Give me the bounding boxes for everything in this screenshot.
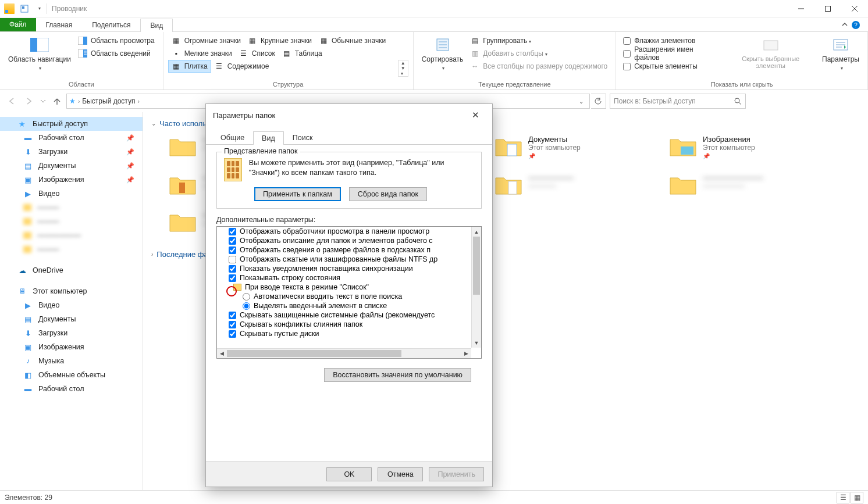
scroll-track[interactable] <box>472 237 481 338</box>
forward-button[interactable] <box>21 93 37 109</box>
sidebar-pc-desktop[interactable]: ▬Рабочий стол <box>0 382 143 396</box>
sidebar-pc-music[interactable]: ♪Музыка <box>0 354 143 368</box>
dialog-close-button[interactable]: ✕ <box>466 106 485 124</box>
tab-home[interactable]: Главная <box>36 18 83 31</box>
tab-share[interactable]: Поделиться <box>82 18 140 31</box>
recent-dropdown[interactable] <box>38 93 48 109</box>
cancel-button[interactable]: Отмена <box>378 467 423 481</box>
scroll-thumb[interactable] <box>473 237 480 295</box>
layout-scroll-down[interactable]: ▼ <box>399 66 408 71</box>
ribbon-collapse-button[interactable] <box>841 21 848 29</box>
sidebar-item-blurred[interactable]: ——— <box>0 215 143 228</box>
help-button[interactable]: ? <box>852 21 860 29</box>
dialog-tab-view[interactable]: Вид <box>253 131 284 145</box>
view-tiles[interactable]: ▦Плитка <box>168 60 211 73</box>
tree-item-hide-protected[interactable]: Скрывать защищенные системные файлы (рек… <box>217 310 481 320</box>
search-input[interactable]: Поиск в: Быстрый доступ <box>610 94 746 109</box>
minimize-button[interactable] <box>788 0 814 17</box>
details-pane-button[interactable]: Область сведений <box>74 47 158 60</box>
sidebar-pictures[interactable]: ▣Изображения📌 <box>0 173 143 187</box>
maximize-button[interactable] <box>814 0 841 17</box>
view-medium-icons[interactable]: ▦Обычные значки <box>315 34 389 47</box>
view-large-icons[interactable]: ▦Крупные значки <box>244 34 315 47</box>
add-columns-button[interactable]: ▥Добавить столбцы <box>467 47 611 60</box>
tree-item-size-tooltips[interactable]: Отображать сведения о размере файлов в п… <box>217 245 481 255</box>
sidebar-pc-3d[interactable]: ◧Объемные объекты <box>0 368 143 382</box>
hidden-items-checkbox[interactable]: Скрытые элементы <box>621 60 723 73</box>
view-content[interactable]: ☰Содержимое <box>211 60 273 73</box>
tree-item-preview-handlers[interactable]: Отображать обработчики просмотра в панел… <box>217 227 481 236</box>
advanced-settings-tree[interactable]: Отображать обработчики просмотра в панел… <box>216 226 482 359</box>
layout-scroll-up[interactable]: ▲ <box>399 60 408 66</box>
view-details-toggle[interactable]: ☰ <box>837 492 849 503</box>
scroll-left-arrow[interactable]: ◀ <box>217 349 227 358</box>
view-extra-large-icons[interactable]: ▦Огромные значки <box>168 34 244 47</box>
file-extensions-checkbox[interactable]: Расширения имен файлов <box>621 47 723 60</box>
breadcrumb-quick-access[interactable]: Быстрый доступ <box>80 97 137 105</box>
sidebar-item-blurred[interactable]: ——— <box>0 242 143 256</box>
sidebar-pc-pictures[interactable]: ▣Изображения <box>0 340 143 354</box>
view-details[interactable]: ▤Таблица <box>279 47 326 60</box>
tree-item-hide-merge-conflicts[interactable]: Скрывать конфликты слияния папок <box>217 320 481 329</box>
refresh-button[interactable] <box>591 94 606 109</box>
tree-radio-select-item[interactable]: Выделять введенный элемент в списке <box>217 301 481 310</box>
tree-item-ntfs-color[interactable]: Отображать сжатые или зашифрованные файл… <box>217 255 481 264</box>
address-dropdown[interactable]: ⌄ <box>575 98 587 105</box>
sidebar-videos[interactable]: ▶Видео <box>0 187 143 201</box>
sidebar-pc-documents[interactable]: ▤Документы <box>0 312 143 326</box>
tree-item-sync-notifications[interactable]: Показать уведомления поставщика синхрони… <box>217 264 481 273</box>
restore-defaults-button[interactable]: Восстановить значения по умолчанию <box>324 368 471 382</box>
dialog-title: Параметры папок <box>213 111 275 120</box>
sidebar-quick-access[interactable]: ★ Быстрый доступ <box>0 117 143 131</box>
options-button[interactable]: Параметры <box>819 34 863 80</box>
scroll-track[interactable] <box>227 349 461 358</box>
qat-customize-dropdown[interactable] <box>31 2 45 16</box>
view-list[interactable]: ☰Список <box>236 47 279 60</box>
scroll-right-arrow[interactable]: ▶ <box>461 349 471 358</box>
tile-blurred[interactable]: —————————————— <box>669 173 809 196</box>
view-small-icons[interactable]: ▪Мелкие значки <box>168 47 236 60</box>
sidebar-downloads[interactable]: ⬇Загрузки📌 <box>0 145 143 159</box>
qat-properties-icon[interactable] <box>17 2 31 16</box>
horizontal-scrollbar[interactable]: ◀▶ <box>217 348 471 358</box>
scroll-thumb[interactable] <box>227 350 401 357</box>
vertical-scrollbar[interactable]: ▲▼ <box>471 227 481 348</box>
scroll-up-arrow[interactable]: ▲ <box>472 227 481 237</box>
hide-selected-button[interactable]: Скрыть выбранные элементы <box>723 34 819 80</box>
up-button[interactable] <box>49 93 65 109</box>
sidebar-item-blurred[interactable]: ——— <box>0 201 143 215</box>
back-button[interactable] <box>3 93 20 109</box>
dialog-tab-search[interactable]: Поиск <box>284 131 322 144</box>
preview-pane-button[interactable]: Область просмотра <box>74 34 158 47</box>
scroll-down-arrow[interactable]: ▼ <box>472 338 481 348</box>
sidebar-desktop[interactable]: ▬Рабочий стол📌 <box>0 131 143 145</box>
close-button[interactable] <box>841 0 868 17</box>
sidebar-item-blurred[interactable]: —————— <box>0 228 143 242</box>
tile-documents[interactable]: ДокументыЭтот компьютер📌 <box>495 135 634 159</box>
sidebar-pc-videos[interactable]: ▶Видео <box>0 298 143 312</box>
view-tiles-toggle[interactable]: ▦ <box>851 492 863 503</box>
sort-by-button[interactable]: Сортировать <box>418 34 467 80</box>
group-by-button[interactable]: ▤Группировать <box>467 34 611 47</box>
sidebar-onedrive[interactable]: ☁OneDrive <box>0 263 143 277</box>
reset-folders-button[interactable]: Сброс вида папок <box>349 187 427 201</box>
autosize-columns-button[interactable]: ↔Все столбцы по размеру содержимого <box>467 60 611 73</box>
dialog-tab-general[interactable]: Общие <box>212 131 253 144</box>
sidebar-documents[interactable]: ▤Документы📌 <box>0 159 143 173</box>
layout-more-dropdown[interactable]: ▾ <box>399 71 408 76</box>
tree-item-hide-empty-drives[interactable]: Скрывать пустые диски <box>217 329 481 338</box>
tree-item-status-bar[interactable]: Показывать строку состояния <box>217 273 481 283</box>
large-icons-icon: ▦ <box>248 36 257 45</box>
navigation-pane-button[interactable]: Область навигации <box>5 34 74 80</box>
sidebar-this-pc[interactable]: 🖥Этот компьютер <box>0 284 143 298</box>
ok-button[interactable]: OK <box>326 467 372 481</box>
tree-radio-search-box[interactable]: Автоматически вводить текст в поле поиск… <box>217 292 481 301</box>
tab-view[interactable]: Вид <box>140 19 173 32</box>
sidebar-pc-downloads[interactable]: ⬇Загрузки <box>0 326 143 340</box>
tile-blurred[interactable]: —————————— <box>495 173 634 196</box>
tree-item-descriptions[interactable]: Отображать описание для папок и элементо… <box>217 236 481 245</box>
apply-button[interactable]: Применить <box>429 467 484 481</box>
tile-pictures[interactable]: ИзображенияЭтот компьютер📌 <box>669 135 809 159</box>
apply-to-folders-button[interactable]: Применить к папкам <box>254 187 341 201</box>
tab-file[interactable]: Файл <box>0 18 36 31</box>
